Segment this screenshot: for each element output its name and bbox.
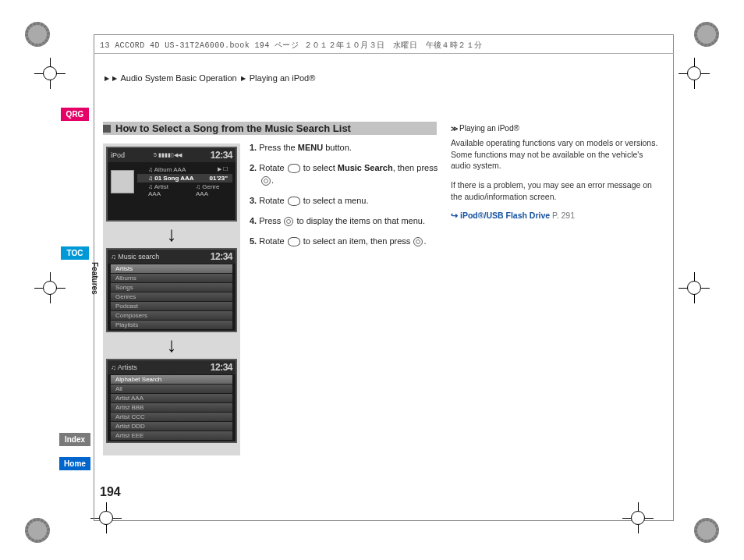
screen-ipod-nowplaying: iPod 5 ▮▮▮▮▯◀◀ 12:34 ♫ Album AAA▶ ☐ ♫ 01… [106,147,237,222]
screen1-row3b: ♫ Genre AAA [196,183,228,197]
screenshot-strip: iPod 5 ▮▮▮▮▯◀◀ 12:34 ♫ Album AAA▶ ☐ ♫ 01… [103,144,240,455]
step-2: 2. Rotate to select Music Search, then p… [250,162,441,187]
regmark-cross [682,61,707,86]
nav-qrg[interactable]: QRG [61,108,89,121]
list-item: Artist AAA [111,394,232,402]
screen2-title: ♫ Music search [111,253,159,261]
note-paragraph: If there is a problem, you may see an er… [451,179,661,202]
step-1: 1. Press the MENU button. [250,142,441,154]
regmark-cross [37,61,62,86]
list-item: Genres [111,292,232,301]
list-item: Alphabet Search [111,375,232,384]
screen1-clock: 12:34 [211,150,232,161]
music-search-label: Music Search [338,163,393,172]
list-item: Playlists [111,321,232,329]
page-number: 194 [100,485,121,499]
step-4: 4. Press to display the items on that me… [250,215,441,228]
list-item: All [111,385,232,393]
main-column: How to Select a Song from the Music Sear… [103,122,437,135]
screen1-row2: ♫ 01 Song AAA [148,175,194,182]
section-label: Features [90,262,99,295]
rotate-knob-icon [288,164,300,173]
rotate-knob-icon [288,197,300,206]
menu-label: MENU [298,143,323,152]
regmark-sun [694,518,719,543]
nav-index[interactable]: Index [59,433,90,446]
screen3-clock: 12:34 [211,362,232,373]
down-arrow-icon: ↓ [106,226,237,242]
list-item: Podcast [111,302,232,310]
screen-artists: ♫ Artists 12:34 Alphabet Search All Arti… [106,359,237,443]
section-bullet-icon [103,125,111,133]
screen3-title: ♫ Artists [111,363,137,371]
list-item: Artist BBB [111,403,232,412]
push-knob-icon [261,176,271,186]
regmark-sun [694,22,719,47]
list-item: Artists [111,264,232,273]
section-title-text: How to Select a Song from the Music Sear… [115,122,351,134]
screen-music-search: ♫ Music search 12:34 Artists Albums Song… [106,248,237,332]
screen1-row1: ♫ Album AAA [148,166,186,173]
nav-toc[interactable]: TOC [61,246,89,260]
breadcrumb-a: Audio System Basic Operation [120,73,236,83]
list-item: Artist CCC [111,413,232,421]
rotate-knob-icon [288,237,300,246]
screen1-row3a: ♫ Artist AAA [148,183,180,197]
sidebar-notes: ≫Playing an iPod® Available operating fu… [451,123,661,222]
nav-home[interactable]: Home [59,457,90,470]
regmark-cross [682,275,707,300]
xref-page: P. 291 [552,211,575,220]
breadcrumb-b: Playing an iPod® [250,73,316,83]
breadcrumb: Audio System Basic Operation Playing an … [103,73,315,83]
push-knob-icon [284,217,293,226]
cross-reference-link[interactable]: ↪iPod®/USB Flash Drive P. 291 [451,210,661,222]
note-paragraph: Available operating functions vary on mo… [451,137,661,172]
screen2-clock: 12:34 [211,251,232,262]
down-arrow-icon: ↓ [106,337,237,353]
push-knob-icon [413,237,423,246]
list-item: Songs [111,283,232,292]
sidebar-header: ≫Playing an iPod® [451,123,661,134]
header-meta: 13 ACCORD 4D US-31T2A6000.book 194 ページ ２… [100,40,482,51]
screen1-status: 5 ▮▮▮▮▯◀◀ [154,152,182,158]
screen1-title: iPod [111,151,125,159]
section-title: How to Select a Song from the Music Sear… [103,122,437,135]
regmark-sun [25,518,50,543]
regmark-cross [37,275,62,300]
step-3: 3. Rotate to select a menu. [250,195,441,207]
step-5: 5. Rotate to select an item, then press … [250,236,441,248]
regmark-sun [25,22,50,47]
list-item: Artist DDD [111,422,232,431]
xref-arrow-icon: ↪ [451,211,458,220]
list-item: Albums [111,274,232,282]
xref-label: iPod®/USB Flash Drive [460,211,550,220]
steps-list: 1. Press the MENU button. 2. Rotate to s… [250,142,441,256]
header-rule [94,53,674,54]
list-item: Composers [111,311,232,320]
list-item: Artist EEE [111,431,232,440]
album-art-icon [111,170,134,193]
